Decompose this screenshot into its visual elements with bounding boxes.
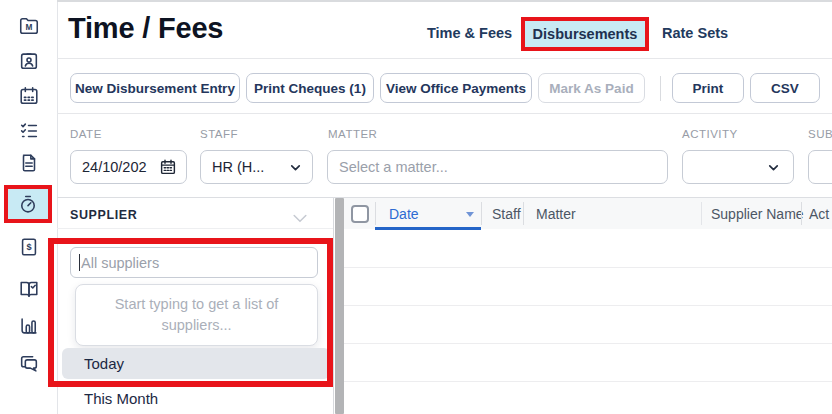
mark-as-paid-button[interactable]: Mark As Paid <box>538 73 645 103</box>
sub-select[interactable] <box>808 150 832 184</box>
sorted-column-underline <box>375 227 481 230</box>
sort-caret-icon[interactable] <box>466 212 474 217</box>
column-header-date[interactable]: Date <box>389 206 419 222</box>
content-top-border <box>57 0 832 2</box>
matter-search-input[interactable] <box>327 150 668 184</box>
svg-text:$: $ <box>26 242 31 252</box>
select-all-checkbox[interactable] <box>351 205 369 223</box>
svg-text:M: M <box>26 23 33 32</box>
page-title: Time / Fees <box>68 12 223 45</box>
contacts-icon[interactable] <box>18 50 40 72</box>
quick-filter-this-month[interactable]: This Month <box>62 383 330 414</box>
supplier-annotation-box <box>48 238 333 387</box>
matter-search-field[interactable] <box>328 159 667 175</box>
supplier-panel-border <box>333 198 334 414</box>
csv-button[interactable]: CSV <box>750 73 820 103</box>
activity-filter-label: ACTIVITY <box>682 128 738 140</box>
invoices-icon[interactable]: $ <box>18 236 40 258</box>
table-gridline <box>344 343 832 344</box>
date-value: 24/10/202 <box>71 159 147 175</box>
calendar-picker-icon[interactable] <box>159 158 177 176</box>
calendar-icon[interactable] <box>18 85 40 107</box>
sub-filter-label: SUB <box>808 128 832 140</box>
table-gridline <box>344 267 832 268</box>
quick-filter-this-month-label: This Month <box>84 390 158 407</box>
time-fees-timer-icon[interactable] <box>17 193 39 215</box>
date-input[interactable]: 24/10/202 <box>70 150 187 184</box>
tasks-icon[interactable] <box>18 119 40 141</box>
tab-rate-sets[interactable]: Rate Sets <box>662 25 728 41</box>
date-filter-label: DATE <box>70 128 102 140</box>
table-gridline <box>344 381 832 382</box>
ledger-icon[interactable] <box>18 278 40 300</box>
matters-folder-icon[interactable]: M <box>18 15 40 37</box>
supplier-header-divider <box>57 228 333 229</box>
vertical-scrollbar[interactable] <box>335 198 344 414</box>
tab-disbursements[interactable]: Disbursements <box>521 17 649 51</box>
column-header-staff[interactable]: Staff <box>492 206 521 222</box>
column-header-activity[interactable]: Act <box>809 206 829 222</box>
column-separator <box>801 202 802 225</box>
chevron-down-icon <box>288 160 303 175</box>
tab-disbursements-label: Disbursements <box>533 26 638 42</box>
column-header-supplier-name[interactable]: Supplier Name <box>711 206 804 222</box>
chevron-down-icon <box>766 160 781 175</box>
matter-filter-label: MATTER <box>328 128 377 140</box>
print-button[interactable]: Print <box>672 73 744 103</box>
staff-value: HR (H... <box>201 159 264 175</box>
reports-icon[interactable] <box>18 315 40 337</box>
table-gridline <box>344 305 832 306</box>
tab-time-and-fees[interactable]: Time & Fees <box>427 25 512 41</box>
staff-filter-label: STAFF <box>200 128 238 140</box>
activity-select[interactable] <box>682 150 794 184</box>
print-cheques-button[interactable]: Print Cheques (1) <box>246 73 374 103</box>
view-office-payments-button[interactable]: View Office Payments <box>380 73 532 103</box>
column-separator <box>701 202 702 225</box>
new-disbursement-entry-button[interactable]: New Disbursement Entry <box>70 73 240 103</box>
column-separator <box>481 202 482 225</box>
supplier-collapse-chevron-icon[interactable] <box>290 208 310 228</box>
staff-select[interactable]: HR (H... <box>200 150 313 184</box>
column-header-matter[interactable]: Matter <box>536 206 576 222</box>
toolbar-divider-bottom <box>57 113 832 114</box>
header-divider <box>57 58 832 59</box>
documents-icon[interactable] <box>18 152 40 174</box>
column-separator <box>375 202 376 225</box>
messages-icon[interactable] <box>18 353 40 375</box>
time-fees-annotation-box <box>4 185 52 223</box>
column-separator <box>523 202 524 225</box>
toolbar-divider <box>660 76 661 101</box>
supplier-section-title: SUPPLIER <box>70 208 137 222</box>
